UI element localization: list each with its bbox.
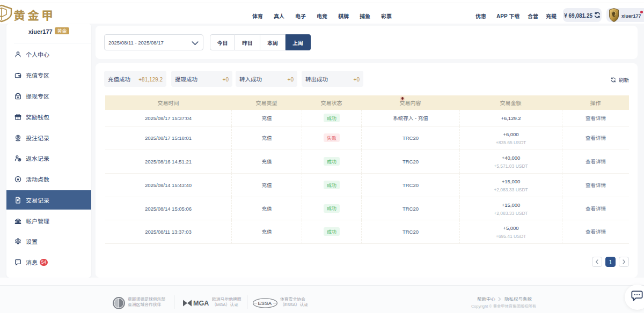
svg-text:MGA: MGA bbox=[193, 300, 209, 307]
svg-text:ESSA: ESSA bbox=[258, 300, 272, 306]
